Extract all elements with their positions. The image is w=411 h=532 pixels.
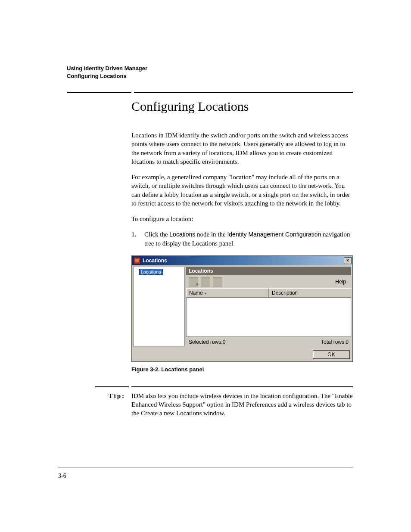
tree-node-locations[interactable]: — Locations [135, 269, 183, 275]
paragraph-3: To configure a location: [131, 215, 353, 223]
page: Using Identity Driven Manager Configurin… [0, 0, 411, 532]
status-row: Selected rows:0 Total rows:0 [186, 338, 351, 346]
delete-location-icon[interactable] [213, 277, 222, 286]
tip-block: Tip: IDM also lets you include wireless … [95, 392, 353, 418]
sort-indicator-icon: ▴ [205, 291, 207, 295]
selected-rows-label: Selected rows:0 [189, 339, 225, 345]
tip-label: Tip: [95, 392, 125, 418]
edit-location-icon[interactable] [201, 277, 210, 286]
column-description[interactable]: Description [269, 289, 351, 297]
step-1-text: Click the Locations node in the Identity… [144, 230, 353, 248]
step-1-number: 1. [131, 230, 144, 248]
figure-caption: Figure 3-2. Locations panel [131, 366, 353, 373]
grid-header: Name ▴ Description [186, 288, 351, 298]
running-header-line1: Using Identity Driven Manager [67, 65, 353, 72]
paragraph-2: For example, a generalized company "loca… [131, 173, 353, 208]
tip-text: IDM also lets you include wireless devic… [131, 392, 353, 418]
panel-footer: OK [132, 348, 352, 361]
step-1: 1. Click the Locations node in the Ident… [131, 230, 353, 248]
panel-title: Locations [143, 258, 344, 264]
ok-button[interactable]: OK [313, 350, 350, 359]
running-header-line2: Configuring Locations [67, 72, 353, 80]
page-number: 3-6 [58, 473, 66, 479]
locations-panel: Locations × — Locations Locations [131, 255, 353, 362]
column-description-label: Description [272, 290, 298, 296]
section-title: Configuring Locations [131, 99, 353, 114]
column-name[interactable]: Name ▴ [186, 289, 269, 297]
app-icon [134, 257, 140, 264]
help-link[interactable]: Help [335, 279, 349, 285]
toolbar: Help [186, 275, 351, 288]
running-header: Using Identity Driven Manager Configurin… [67, 65, 353, 80]
tree-node-label: Locations [139, 269, 163, 275]
grid-body[interactable] [186, 298, 351, 337]
tree-pane[interactable]: — Locations [133, 267, 185, 346]
detail-header: Locations [186, 267, 351, 275]
panel-titlebar: Locations × [132, 256, 352, 265]
tree-branch-icon: — [135, 269, 138, 274]
panel-body: — Locations Locations Help [132, 265, 352, 348]
idm-config-ref: Identity Management Configuration [227, 231, 321, 238]
content-column: Configuring Locations Locations in IDM i… [131, 99, 353, 418]
total-rows-label: Total rows:0 [321, 339, 349, 345]
close-button[interactable]: × [344, 257, 352, 264]
section-rule [67, 92, 353, 93]
paragraph-1: Locations in IDM identify the switch and… [131, 131, 353, 166]
detail-pane: Locations Help Name ▴ [186, 267, 351, 346]
column-name-label: Name [189, 290, 203, 296]
add-location-icon[interactable] [189, 277, 198, 286]
tip-rule [95, 386, 353, 387]
footer-rule [58, 467, 353, 467]
locations-node-ref: Locations [169, 231, 195, 238]
